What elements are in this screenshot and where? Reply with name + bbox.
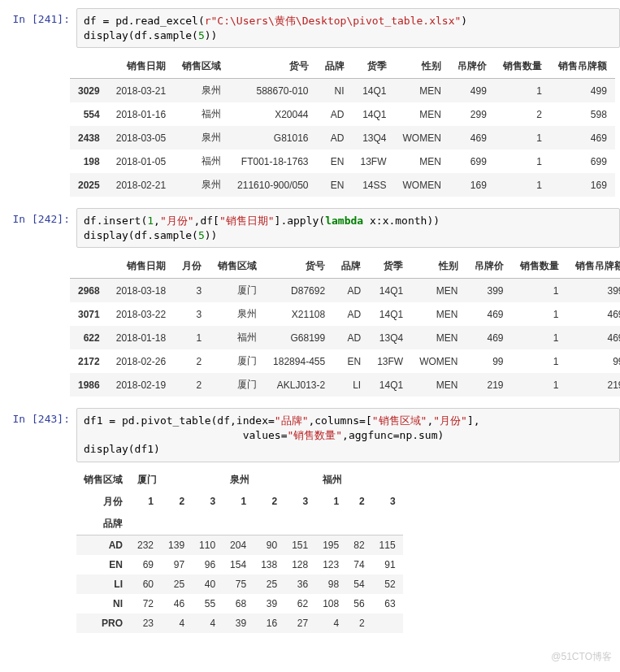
pivot-cell: 90 <box>254 535 284 555</box>
code-text: df = pd.read_excel( <box>84 15 205 27</box>
cell: 1 <box>512 279 567 303</box>
table-row: 1982018-01-05福州FT001-18-1763EN13FWMEN699… <box>70 150 615 173</box>
table-row: 6222018-01-181福州G68199AD13Q4MEN4691469 <box>70 326 620 349</box>
pivot-cell: 123 <box>315 555 346 574</box>
cell: MEN <box>411 326 466 349</box>
cell: 厦门 <box>210 279 265 303</box>
cell: MEN <box>395 79 449 103</box>
cell: 13Q4 <box>369 326 411 349</box>
cell: 99 <box>567 349 621 373</box>
pivot-cell: 204 <box>223 535 254 555</box>
pivot-cell: 16 <box>254 613 284 633</box>
code-input[interactable]: df1 = pd.pivot_table(df,index="品牌",colum… <box>76 408 620 462</box>
output-cell-242: 销售日期 月份 销售区域 货号 品牌 货季 性别 吊牌价 销售数量 销售吊牌额 … <box>0 251 620 405</box>
cell: 13FW <box>369 349 411 373</box>
table-row: 29682018-03-183厦门D87692AD14Q1MEN3991399 <box>70 279 620 303</box>
code-text: values= <box>84 429 287 441</box>
code-text: ].apply( <box>275 215 326 227</box>
pivot-cell: 110 <box>192 535 223 555</box>
cell: MEN <box>395 150 449 173</box>
pivot-cell: 52 <box>372 574 403 594</box>
cell: 14Q1 <box>369 302 411 326</box>
col-header: 品牌 <box>333 254 369 279</box>
cell: 1 <box>512 326 567 349</box>
pivot-cell: 115 <box>372 535 403 555</box>
cell: 469 <box>567 302 621 326</box>
pivot-brand: AD <box>76 535 130 555</box>
cell: 1 <box>495 126 550 150</box>
input-prompt: In [241]: <box>0 8 76 48</box>
month-header: 1 <box>315 491 346 513</box>
pivot-cell: 195 <box>315 535 346 555</box>
code-text: ,aggfunc=np.sum) <box>342 429 444 441</box>
string-literal: "销售区域" <box>372 414 427 427</box>
pivot-row: PRO234439162742 <box>76 613 403 633</box>
pivot-cell: 40 <box>192 574 223 594</box>
pivot-cell: 46 <box>161 594 192 613</box>
cell: 598 <box>550 102 615 126</box>
pivot-cell: 4 <box>161 613 192 633</box>
cell: 1 <box>512 302 567 326</box>
cell: 399 <box>567 279 621 303</box>
dataframe-table-2: 销售日期 月份 销售区域 货号 品牌 货季 性别 吊牌价 销售数量 销售吊牌额 … <box>70 254 620 397</box>
cell: 699 <box>550 150 615 173</box>
pivot-cell: 74 <box>346 555 371 574</box>
month-header: 3 <box>372 491 403 513</box>
pivot-row: LI602540752536985452 <box>76 574 403 594</box>
pivot-index-name-row: 品牌 <box>76 513 403 535</box>
string-literal: "品牌" <box>275 414 309 427</box>
cell: MEN <box>395 102 449 126</box>
pivot-cell: 154 <box>223 555 254 574</box>
col-header: 销售数量 <box>495 54 550 79</box>
row-index: 2438 <box>70 126 108 150</box>
region-header: 福州 <box>315 469 402 491</box>
cell: 2018-01-18 <box>108 326 174 349</box>
month-header: 3 <box>192 491 223 513</box>
code-text: ,df[ <box>194 215 219 227</box>
pivot-cell: 25 <box>161 574 192 594</box>
pivot-cell: 27 <box>284 613 315 633</box>
cell: 469 <box>449 126 495 150</box>
table-row: 19862018-02-192厦门AKLJ013-2LI14Q1MEN21912… <box>70 373 620 397</box>
code-cell-243: In [243]: df1 = pd.pivot_table(df,index=… <box>0 408 620 462</box>
cell: 2 <box>174 349 210 373</box>
month-header: 2 <box>254 491 284 513</box>
month-header: 1 <box>130 491 161 513</box>
pivot-cell: 39 <box>223 613 254 633</box>
cell: 211610-900/050 <box>229 173 316 197</box>
cell: G81016 <box>229 126 316 150</box>
row-index: 1986 <box>70 373 108 397</box>
cell: 299 <box>449 102 495 126</box>
cell: D87692 <box>265 279 333 303</box>
pivot-cell: 68 <box>223 594 254 613</box>
code-text: display(df.sample( <box>84 229 198 241</box>
region-header: 泉州 <box>223 469 315 491</box>
pivot-region-row: 销售区域 厦门 泉州 福州 <box>76 469 403 491</box>
pivot-cell: 39 <box>254 594 284 613</box>
code-text: ], <box>467 414 480 427</box>
code-text: df1 = pd.pivot_table(df,index= <box>84 414 275 427</box>
cell: 福州 <box>174 150 229 173</box>
pivot-cell: 138 <box>254 555 284 574</box>
code-text: display(df1) <box>84 443 160 455</box>
col-header: 销售数量 <box>512 254 567 279</box>
cell: 469 <box>466 302 512 326</box>
table-row: 21722018-02-262厦门182894-455EN13FWWOMEN99… <box>70 349 620 373</box>
code-input[interactable]: df = pd.read_excel(r"C:\Users\黄伟\Desktop… <box>76 8 620 48</box>
pivot-brand: EN <box>76 555 130 574</box>
cell: G68199 <box>265 326 333 349</box>
table-row: 20252018-02-21泉州211610-900/050EN14SSWOME… <box>70 173 615 197</box>
code-input[interactable]: df.insert(1,"月份",df["销售日期"].apply(lambda… <box>76 208 620 248</box>
pivot-output: 销售区域 厦门 泉州 福州 月份 1 2 3 1 2 3 1 2 3 <box>70 466 620 641</box>
pivot-cell: 36 <box>284 574 315 594</box>
pivot-cell: 151 <box>284 535 315 555</box>
month-header: 2 <box>346 491 371 513</box>
col-header: 月份 <box>174 254 210 279</box>
cell: 13Q4 <box>353 126 395 150</box>
cell: 469 <box>466 326 512 349</box>
col-header: 货季 <box>369 254 411 279</box>
col-header <box>70 54 108 79</box>
col-header: 吊牌价 <box>449 54 495 79</box>
cell: 182894-455 <box>265 349 333 373</box>
cell: AD <box>333 302 369 326</box>
